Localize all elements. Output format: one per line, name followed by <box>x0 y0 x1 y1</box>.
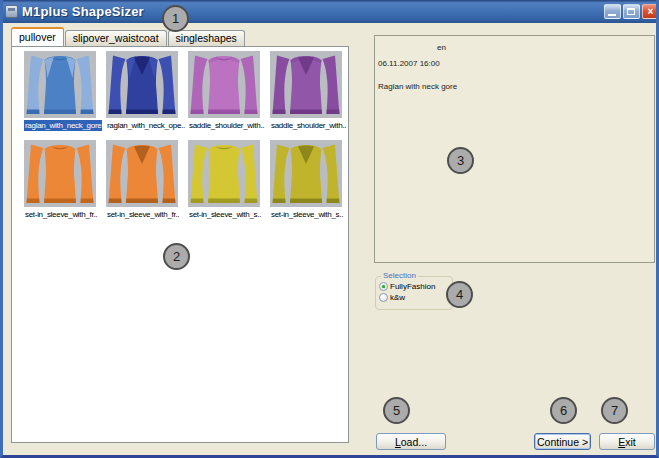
window-title: M1plus ShapeSizer <box>22 4 144 19</box>
shape-list: raglan_with_neck_goreraglan_with_neck_op… <box>24 51 352 220</box>
radio-icon[interactable] <box>379 282 388 291</box>
info-panel: en 06.11.2007 16:00 Raglan with neck gor… <box>374 35 655 263</box>
thumbnail-label: set-in_sleeve_with_s.. <box>270 209 344 220</box>
radio-option-FullyFashion[interactable]: FullyFashion <box>379 282 435 291</box>
close-button[interactable]: × <box>642 4 659 19</box>
list-item[interactable]: raglan_with_neck_ope.. <box>106 51 188 131</box>
info-date: 06.11.2007 16:00 <box>378 59 440 68</box>
callout-2: 2 <box>163 243 190 270</box>
minimize-button[interactable] <box>604 4 621 19</box>
callout-1: 1 <box>162 5 189 32</box>
shape-thumbnail[interactable] <box>24 51 96 118</box>
shape-thumbnail[interactable] <box>24 140 96 207</box>
app-icon <box>5 5 18 18</box>
radio-option-k&w[interactable]: k&w <box>379 293 435 302</box>
list-item[interactable]: raglan_with_neck_gore <box>24 51 106 131</box>
callout-6: 6 <box>550 397 577 424</box>
tab-slipover_waistcoat[interactable]: slipover_waistcoat <box>65 30 167 46</box>
shapesizer-window: M1plus ShapeSizer × pulloverslipover_wai… <box>0 0 659 458</box>
radio-label: FullyFashion <box>390 282 435 291</box>
callout-7: 7 <box>601 397 628 424</box>
radio-group: FullyFashionk&w <box>379 282 435 304</box>
selection-groupbox: Selection FullyFashionk&w <box>375 276 453 310</box>
tab-singleshapes[interactable]: singleshapes <box>168 30 245 46</box>
shape-thumbnail[interactable] <box>106 140 178 207</box>
list-item[interactable]: saddle_shoulder_with.. <box>270 51 352 131</box>
title-bar: M1plus ShapeSizer × <box>0 0 659 23</box>
maximize-icon <box>627 8 635 15</box>
load-button[interactable]: Load... <box>376 433 446 450</box>
close-icon: × <box>648 6 654 17</box>
callout-5: 5 <box>383 397 410 424</box>
list-item[interactable]: set-in_sleeve_with_s.. <box>270 140 352 220</box>
selection-groupbox-title: Selection <box>381 271 418 281</box>
thumbnail-label: set-in_sleeve_with_s.. <box>188 209 262 220</box>
minimize-icon <box>608 14 616 16</box>
tab-strip: pulloverslipover_waistcoatsingleshapes <box>11 28 246 46</box>
list-item[interactable]: saddle_shoulder_with.. <box>188 51 270 131</box>
thumbnail-label: raglan_with_neck_ope.. <box>106 120 186 131</box>
callout-4: 4 <box>446 281 473 308</box>
thumbnail-label: set-in_sleeve_with_fr.. <box>24 209 98 220</box>
shape-thumbnail[interactable] <box>270 51 342 118</box>
shape-thumbnail[interactable] <box>188 51 260 118</box>
thumbnail-label: raglan_with_neck_gore <box>24 120 102 131</box>
info-language: en <box>437 43 446 52</box>
shape-thumbnail[interactable] <box>188 140 260 207</box>
radio-icon[interactable] <box>379 293 388 302</box>
tab-pullover[interactable]: pullover <box>11 27 64 46</box>
thumbnail-label: set-in_sleeve_with_fr.. <box>106 209 180 220</box>
exit-button[interactable]: Exit <box>599 433 655 450</box>
shape-thumbnail[interactable] <box>270 140 342 207</box>
list-item[interactable]: set-in_sleeve_with_fr.. <box>24 140 106 220</box>
shape-thumbnail[interactable] <box>106 51 178 118</box>
list-item[interactable]: set-in_sleeve_with_fr.. <box>106 140 188 220</box>
radio-label: k&w <box>390 293 405 302</box>
thumbnail-label: saddle_shoulder_with.. <box>188 120 265 131</box>
callout-3: 3 <box>447 147 474 174</box>
thumbnail-label: saddle_shoulder_with.. <box>270 120 347 131</box>
continue-button[interactable]: Continue > <box>534 433 591 450</box>
maximize-button[interactable] <box>623 4 640 19</box>
info-description: Raglan with neck gore <box>378 82 457 91</box>
list-item[interactable]: set-in_sleeve_with_s.. <box>188 140 270 220</box>
